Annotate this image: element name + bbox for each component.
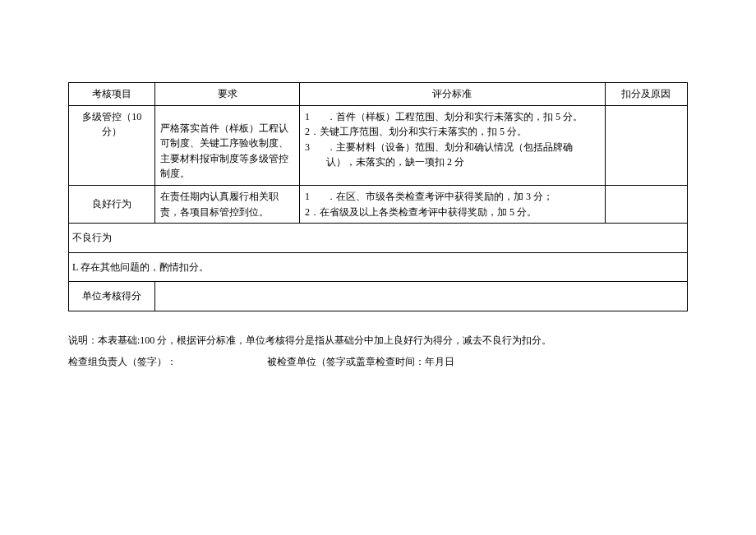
criteria-text: ．主要材料（设备）范围、划分和确认情况（包括品牌确认），未落实的，缺一项扣 2 … bbox=[326, 140, 599, 170]
criteria-text: 2．关键工序范围、划分和实行未落实的，扣 5 分。 bbox=[305, 124, 599, 140]
criteria-num: 1 bbox=[305, 109, 316, 125]
table-row: 良好行为 在责任期内认真履行相关职责，各项目标管控到位。 1 ．在区、市级各类检… bbox=[69, 185, 688, 223]
sig-leader: 检查组负责人（签字）： bbox=[68, 356, 177, 367]
header-deduction: 扣分及原因 bbox=[605, 83, 687, 106]
assessment-table: 考核项目 要求 评分标准 扣分及原因 多级管控（10 分） 严格落实首件（样板）… bbox=[68, 82, 688, 311]
sig-unit: 被检查单位（签字或盖章检查时间：年月日 bbox=[267, 356, 454, 367]
note-explain: 说明：本表基础:100 分，根据评分标准，单位考核得分是指从基础分中加上良好行为… bbox=[68, 330, 688, 351]
table-row: 多级管控（10 分） 严格落实首件（样板）工程认可制度、关键工序验收制度、主要材… bbox=[69, 105, 688, 185]
criteria-num: 3 bbox=[305, 140, 316, 170]
criteria-text: ．在区、市级各类检查考评中获得奖励的，加 3 分； bbox=[326, 189, 599, 205]
table-row: 单位考核得分 bbox=[69, 282, 688, 311]
cell-item: 单位考核得分 bbox=[69, 282, 155, 311]
table-header-row: 考核项目 要求 评分标准 扣分及原因 bbox=[69, 83, 688, 106]
cell-criteria: 1 ．首件（样板）工程范围、划分和实行未落实的，扣 5 分。 2．关键工序范围、… bbox=[300, 105, 605, 185]
header-criteria: 评分标准 bbox=[300, 83, 605, 106]
cell-empty bbox=[155, 282, 688, 311]
cell-full: L 存在其他问题的，酌情扣分。 bbox=[69, 252, 688, 282]
criteria-num: 1 bbox=[305, 189, 316, 205]
criteria-text: 2．在省级及以上各类检查考评中获得奖励，加 5 分。 bbox=[305, 205, 599, 220]
cell-item: 良好行为 bbox=[69, 185, 155, 223]
cell-requirement: 在责任期内认真履行相关职责，各项目标管控到位。 bbox=[155, 185, 300, 223]
table-row: L 存在其他问题的，酌情扣分。 bbox=[69, 252, 688, 282]
cell-requirement: 严格落实首件（样板）工程认可制度、关键工序验收制度、主要材料报审制度等多级管控制… bbox=[155, 105, 300, 185]
cell-deduction bbox=[605, 105, 687, 185]
header-requirement: 要求 bbox=[155, 83, 300, 106]
notes-block: 说明：本表基础:100 分，根据评分标准，单位考核得分是指从基础分中加上良好行为… bbox=[68, 330, 688, 373]
cell-full: 不良行为 bbox=[69, 224, 688, 253]
table-row: 不良行为 bbox=[69, 224, 688, 253]
cell-criteria: 1 ．在区、市级各类检查考评中获得奖励的，加 3 分； 2．在省级及以上各类检查… bbox=[300, 185, 605, 223]
criteria-text: ．首件（样板）工程范围、划分和实行未落实的，扣 5 分。 bbox=[326, 109, 599, 125]
cell-item: 多级管控（10 分） bbox=[69, 105, 155, 185]
cell-deduction bbox=[605, 185, 687, 223]
note-signatures: 检查组负责人（签字）：被检查单位（签字或盖章检查时间：年月日 bbox=[68, 351, 688, 372]
header-item: 考核项目 bbox=[69, 83, 155, 106]
